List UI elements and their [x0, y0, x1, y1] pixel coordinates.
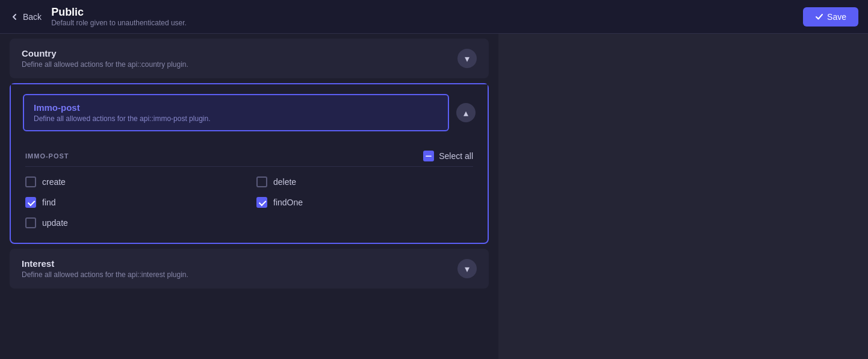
header-title-block: Public Default role given to unauthentic… — [51, 6, 187, 27]
page-subtitle: Default role given to unauthenticated us… — [51, 19, 187, 27]
save-button[interactable]: Save — [803, 7, 858, 27]
svg-rect-0 — [426, 156, 432, 157]
country-plugin-name: Country — [22, 48, 188, 58]
select-all-checkbox[interactable] — [423, 151, 434, 161]
back-arrow-icon — [10, 12, 19, 22]
section-label: IMMO-POST — [25, 152, 69, 160]
permission-find[interactable]: find — [25, 197, 242, 208]
country-toggle-button[interactable] — [457, 49, 477, 68]
left-panel: Country Define all allowed actions for t… — [0, 34, 498, 359]
interest-plugin-desc: Define all allowed actions for the api::… — [22, 270, 188, 279]
save-checkmark-icon — [815, 13, 823, 21]
select-all-wrapper[interactable]: Select all — [423, 151, 473, 161]
main-content: Country Define all allowed actions for t… — [0, 34, 868, 359]
permission-delete[interactable]: delete — [256, 176, 473, 187]
label-update: update — [42, 218, 68, 228]
interest-chevron-down-icon — [465, 263, 470, 275]
checkbox-delete[interactable] — [256, 176, 267, 187]
right-panel — [498, 34, 868, 359]
checkbox-update[interactable] — [25, 217, 36, 228]
permissions-grid: create delete find findOne — [25, 176, 473, 228]
country-plugin-desc: Define all allowed actions for the api::… — [22, 60, 188, 69]
country-plugin-info: Country Define all allowed actions for t… — [22, 48, 188, 69]
permission-findone[interactable]: findOne — [256, 197, 473, 208]
checkbox-find[interactable] — [25, 197, 36, 208]
immo-post-plugin-card: Immo-post Define all allowed actions for… — [10, 83, 489, 244]
checkbox-create[interactable] — [25, 176, 36, 187]
back-button[interactable]: Back — [10, 12, 42, 22]
minus-icon — [426, 155, 432, 157]
country-plugin-card: Country Define all allowed actions for t… — [10, 39, 489, 78]
interest-toggle-button[interactable] — [457, 259, 477, 278]
interest-plugin-name: Interest — [22, 258, 188, 269]
save-label: Save — [827, 12, 846, 22]
permission-update[interactable]: update — [25, 217, 242, 228]
interest-plugin-card: Interest Define all allowed actions for … — [10, 249, 489, 289]
immo-post-plugin-name: Immo-post — [34, 102, 438, 113]
label-delete: delete — [273, 177, 296, 187]
label-find: find — [42, 198, 56, 207]
immo-post-plugin-header: Immo-post Define all allowed actions for… — [11, 84, 488, 141]
permission-create[interactable]: create — [25, 176, 242, 187]
header: Back Public Default role given to unauth… — [0, 0, 868, 34]
country-plugin-header[interactable]: Country Define all allowed actions for t… — [10, 39, 489, 78]
label-findone: findOne — [273, 198, 303, 207]
immo-post-permissions-section: IMMO-POST Select all create — [11, 141, 488, 243]
immo-post-toggle-button[interactable] — [456, 103, 476, 122]
country-chevron-down-icon — [465, 53, 470, 64]
immo-post-chevron-up-icon — [463, 107, 468, 119]
permissions-header: IMMO-POST Select all — [25, 151, 473, 167]
page-title: Public — [51, 6, 187, 19]
interest-plugin-info: Interest Define all allowed actions for … — [22, 258, 188, 279]
interest-plugin-header[interactable]: Interest Define all allowed actions for … — [10, 249, 489, 289]
immo-post-plugin-desc: Define all allowed actions for the api::… — [34, 114, 438, 123]
select-all-label: Select all — [439, 151, 473, 161]
back-label: Back — [23, 12, 42, 22]
checkbox-findone[interactable] — [256, 197, 267, 208]
label-create: create — [42, 177, 66, 187]
immo-post-plugin-inner[interactable]: Immo-post Define all allowed actions for… — [23, 94, 449, 131]
